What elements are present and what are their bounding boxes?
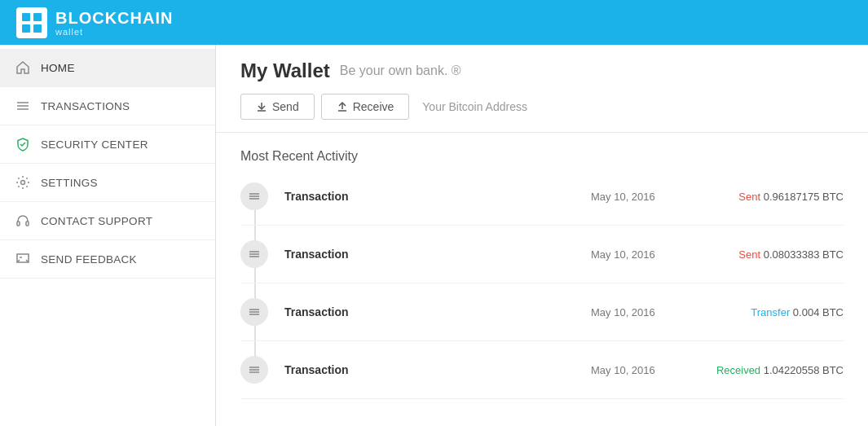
sidebar-settings-label: SETTINGS xyxy=(41,177,98,189)
headphone-icon xyxy=(15,213,31,229)
tx-name: Transaction xyxy=(284,305,591,318)
svg-rect-2 xyxy=(22,24,30,33)
svg-rect-0 xyxy=(22,13,30,21)
tx-date: May 10, 2016 xyxy=(591,364,672,376)
svg-rect-9 xyxy=(26,222,29,226)
tx-amount: Transfer 0.004 BTC xyxy=(697,306,844,318)
main-content: My Wallet Be your own bank. ® Send xyxy=(216,45,868,426)
receive-button[interactable]: Receive xyxy=(321,94,410,120)
sidebar-home-label: HOME xyxy=(41,62,75,74)
table-row[interactable]: Transaction May 10, 2016 Received 1.0422… xyxy=(240,341,844,399)
tx-btc: 0.96187175 BTC xyxy=(764,191,844,203)
sidebar-item-transactions[interactable]: TRANSACTIONS xyxy=(0,87,215,125)
table-row[interactable]: Transaction May 10, 2016 Sent 0.08033383… xyxy=(240,226,844,283)
wallet-actions: Send Receive Your Bitcoin Address xyxy=(240,94,844,120)
gear-icon xyxy=(15,174,31,191)
tx-btc: 0.004 BTC xyxy=(793,306,844,318)
table-row[interactable]: Transaction May 10, 2016 Transfer 0.004 … xyxy=(240,283,844,341)
tx-name: Transaction xyxy=(284,190,591,203)
svg-rect-3 xyxy=(33,24,42,33)
header: BLOCKCHAIN wallet xyxy=(0,0,868,45)
transaction-list: Transaction May 10, 2016 Sent 0.96187175… xyxy=(240,168,844,399)
sidebar-item-send-feedback[interactable]: SEND FEEDBACK xyxy=(0,240,215,279)
send-icon xyxy=(256,101,267,112)
tx-name: Transaction xyxy=(284,363,591,376)
sidebar: HOME TRANSACTIONS SECURITY CENTER xyxy=(0,45,216,426)
svg-rect-8 xyxy=(17,222,20,226)
tx-btc: 1.04220558 BTC xyxy=(764,364,844,376)
sidebar-feedback-label: SEND FEEDBACK xyxy=(41,253,137,266)
sidebar-item-contact-support[interactable]: CONTACT SUPPORT xyxy=(0,202,215,240)
table-row[interactable]: Transaction May 10, 2016 Sent 0.96187175… xyxy=(240,168,844,226)
wallet-title-row: My Wallet Be your own bank. ® xyxy=(240,59,844,82)
sidebar-item-settings[interactable]: SETTINGS xyxy=(0,164,215,202)
tx-icon xyxy=(240,182,268,210)
brand-text: BLOCKCHAIN wallet xyxy=(55,9,173,37)
tx-icon xyxy=(240,240,268,268)
tx-icon xyxy=(240,298,268,326)
tx-type: Transfer xyxy=(751,306,793,318)
layout: HOME TRANSACTIONS SECURITY CENTER xyxy=(0,45,868,426)
tx-amount: Sent 0.96187175 BTC xyxy=(697,191,844,203)
tx-date: May 10, 2016 xyxy=(591,191,672,203)
tx-icon xyxy=(240,356,268,384)
logo-area: BLOCKCHAIN wallet xyxy=(16,7,173,38)
sidebar-security-label: SECURITY CENTER xyxy=(41,138,148,151)
wallet-subtitle: Be your own bank. ® xyxy=(340,64,461,78)
tx-btc: 0.08033383 BTC xyxy=(764,248,844,261)
sidebar-item-home[interactable]: HOME xyxy=(0,49,215,87)
tx-name: Transaction xyxy=(284,248,591,261)
blockchain-logo-icon xyxy=(16,7,47,38)
feedback-icon xyxy=(15,251,31,267)
tx-date: May 10, 2016 xyxy=(591,248,672,261)
brand-name: BLOCKCHAIN xyxy=(55,9,173,27)
receive-label: Receive xyxy=(353,100,394,113)
activity-title: Most Recent Activity xyxy=(240,149,844,164)
shield-icon xyxy=(15,136,31,152)
receive-icon xyxy=(337,101,348,112)
tx-type: Sent xyxy=(738,248,763,261)
send-label: Send xyxy=(272,100,299,113)
send-button[interactable]: Send xyxy=(240,94,315,120)
brand-sub: wallet xyxy=(55,27,173,37)
sidebar-contact-label: CONTACT SUPPORT xyxy=(41,215,152,227)
sidebar-item-security-center[interactable]: SECURITY CENTER xyxy=(0,125,215,164)
tx-type: Received xyxy=(716,364,764,376)
tx-amount: Received 1.04220558 BTC xyxy=(697,364,844,376)
transactions-icon xyxy=(15,98,31,114)
activity-section: Most Recent Activity Transaction May 10,… xyxy=(216,133,868,415)
tx-type: Sent xyxy=(738,191,763,203)
bitcoin-address-link[interactable]: Your Bitcoin Address xyxy=(416,94,534,119)
tx-amount: Sent 0.08033383 BTC xyxy=(697,248,844,261)
home-icon xyxy=(15,59,31,76)
svg-point-7 xyxy=(21,181,25,185)
wallet-header: My Wallet Be your own bank. ® Send xyxy=(216,45,868,133)
tx-date: May 10, 2016 xyxy=(591,306,672,318)
svg-rect-1 xyxy=(33,13,42,21)
sidebar-transactions-label: TRANSACTIONS xyxy=(41,100,130,112)
wallet-title: My Wallet xyxy=(240,59,330,82)
